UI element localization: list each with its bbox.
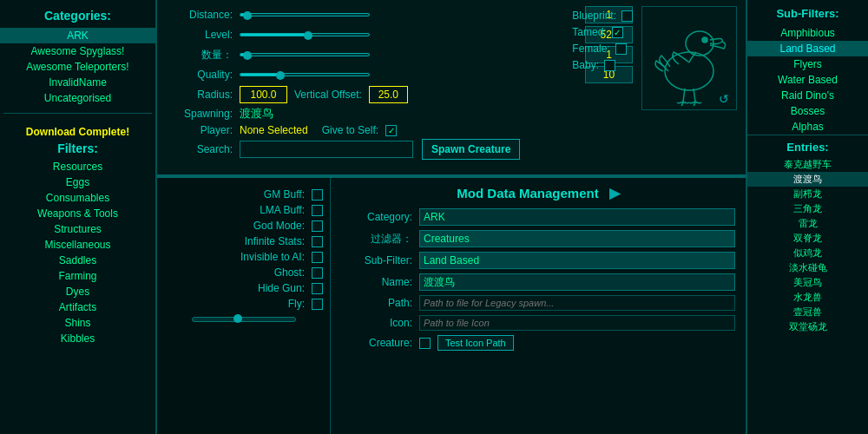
entry-2[interactable]: 副栉龙 — [747, 187, 868, 201]
sub-filter-amphibious[interactable]: Amphibious — [747, 25, 868, 41]
filter-misc[interactable]: Miscellaneous — [0, 237, 155, 253]
god-mode-row: God Mode: — [164, 220, 323, 232]
ghost-row: Ghost: — [164, 266, 323, 279]
baby-label: Baby: — [572, 59, 599, 71]
filter-dyes[interactable]: Dyes — [0, 284, 155, 299]
spawn-creature-button[interactable]: Spawn Creature — [422, 139, 520, 160]
female-checkbox[interactable] — [615, 43, 627, 55]
give-to-self-label: Give to Self: — [322, 124, 385, 136]
quality-slider[interactable] — [240, 73, 578, 76]
mod-path-row: Path: — [341, 295, 735, 311]
god-mode-label: God Mode: — [164, 220, 312, 232]
blueprint-label: Blueprint: — [572, 10, 616, 22]
mod-data-panel: Mod Data Management ▶ Category: 过滤器： Sub… — [331, 178, 746, 434]
filter-saddles[interactable]: Saddles — [0, 253, 155, 268]
hide-gun-checkbox[interactable] — [312, 283, 323, 294]
mod-creature-label: Creature: — [341, 337, 419, 349]
entry-3[interactable]: 三角龙 — [747, 201, 868, 216]
mod-data-title: Mod Data Management ▶ — [341, 185, 735, 201]
category-teleporters[interactable]: Awesome Teleporters! — [0, 59, 155, 75]
fly-checkbox[interactable] — [312, 299, 323, 310]
entry-4[interactable]: 雷龙 — [747, 216, 868, 231]
infinite-stats-checkbox[interactable] — [312, 236, 323, 247]
filter-farming[interactable]: Farming — [0, 268, 155, 284]
mod-subfilter-input[interactable] — [419, 252, 735, 269]
svg-point-2 — [702, 37, 707, 43]
give-to-self-checkbox[interactable] — [385, 125, 397, 136]
quantity-slider[interactable] — [240, 53, 578, 56]
sub-filter-bosses[interactable]: Bosses — [747, 103, 868, 119]
filter-resources[interactable]: Resources — [0, 159, 155, 174]
mod-icon-input[interactable] — [419, 315, 735, 331]
mod-data-next-arrow[interactable]: ▶ — [609, 185, 620, 201]
filter-shins[interactable]: Shins — [0, 315, 155, 331]
mod-category-input[interactable] — [419, 208, 735, 226]
sub-filter-land-based[interactable]: Land Based — [747, 41, 868, 56]
svg-line-3 — [683, 89, 685, 102]
entry-0[interactable]: 泰克越野车 — [747, 157, 868, 172]
sub-filter-water-based[interactable]: Water Based — [747, 72, 868, 88]
baby-checkbox[interactable] — [604, 60, 615, 71]
mod-path-input[interactable] — [419, 295, 735, 311]
sub-filter-flyers[interactable]: Flyers — [747, 56, 868, 72]
category-invalidname[interactable]: InvalidName — [0, 75, 155, 90]
filters-title: Filters: — [0, 140, 155, 159]
radius-input[interactable] — [240, 86, 287, 103]
quantity-label: 数量： — [166, 48, 240, 62]
entry-9[interactable]: 水龙兽 — [747, 290, 868, 305]
filter-kibbles[interactable]: Kibbles — [0, 331, 155, 346]
invisible-checkbox[interactable] — [312, 252, 323, 263]
sub-filter-raid-dinos[interactable]: Raid Dino's — [747, 88, 868, 103]
lma-buff-row: LMA Buff: — [164, 204, 323, 216]
category-ark[interactable]: ARK — [0, 28, 155, 43]
entry-6[interactable]: 似鸡龙 — [747, 246, 868, 260]
quality-label: Quality: — [166, 69, 240, 81]
level-slider[interactable] — [240, 33, 578, 36]
filter-weapons[interactable]: Weapons & Tools — [0, 206, 155, 221]
download-banner: Download Complete! — [0, 121, 155, 140]
offset-input[interactable] — [369, 86, 408, 103]
mod-name-input[interactable] — [419, 273, 735, 291]
ghost-checkbox[interactable] — [312, 267, 323, 279]
category-uncategorised[interactable]: Uncategorised — [0, 90, 155, 106]
search-label: Search: — [166, 143, 240, 155]
filter-artifacts[interactable]: Artifacts — [0, 299, 155, 315]
entry-5[interactable]: 双脊龙 — [747, 231, 868, 246]
refresh-icon[interactable]: ↺ — [719, 92, 729, 106]
female-row: Female: — [572, 43, 633, 55]
distance-slider[interactable] — [240, 13, 578, 16]
player-none-selected[interactable]: None Selected — [240, 124, 308, 136]
entry-10[interactable]: 壹冠兽 — [747, 305, 868, 319]
quantity-row: 数量： — [166, 46, 633, 63]
distance-row: Distance: — [166, 6, 633, 23]
tamed-label: Tamed: — [572, 26, 606, 38]
filter-eggs[interactable]: Eggs — [0, 174, 155, 190]
sub-filters-title: Sub-Filters: — [747, 3, 868, 25]
test-icon-path-button[interactable]: Test Icon Path — [437, 335, 514, 351]
filter-consumables[interactable]: Consumables — [0, 190, 155, 206]
player-label: Player: — [166, 124, 240, 136]
lma-buff-checkbox[interactable] — [312, 205, 323, 216]
bottom-horizontal-slider[interactable] — [192, 317, 296, 322]
god-mode-checkbox[interactable] — [312, 220, 323, 232]
entry-11[interactable]: 双堂砀龙 — [747, 319, 868, 334]
mod-path-label: Path: — [341, 297, 419, 309]
search-input[interactable] — [240, 141, 413, 158]
mod-creature-row: Creature: Test Icon Path — [341, 335, 735, 351]
entry-1[interactable]: 渡渡鸟 — [747, 172, 868, 187]
sub-filter-alphas[interactable]: Alphas — [747, 119, 868, 135]
tamed-checkbox[interactable] — [612, 27, 623, 38]
top-controls: Distance: Level: — [157, 0, 746, 176]
mod-filter-input[interactable] — [419, 230, 735, 247]
gm-buff-checkbox[interactable] — [312, 189, 323, 201]
level-label: Level: — [166, 29, 240, 41]
quantity-track — [240, 53, 370, 56]
entry-8[interactable]: 美冠鸟 — [747, 275, 868, 290]
filter-structures[interactable]: Structures — [0, 221, 155, 237]
svg-point-1 — [686, 31, 713, 56]
category-spyglass[interactable]: Awesome Spyglass! — [0, 43, 155, 59]
mod-filter-row: 过滤器： — [341, 230, 735, 247]
mod-creature-checkbox[interactable] — [419, 338, 431, 349]
blueprint-checkbox[interactable] — [621, 10, 633, 22]
entry-7[interactable]: 淡水碰龟 — [747, 260, 868, 275]
